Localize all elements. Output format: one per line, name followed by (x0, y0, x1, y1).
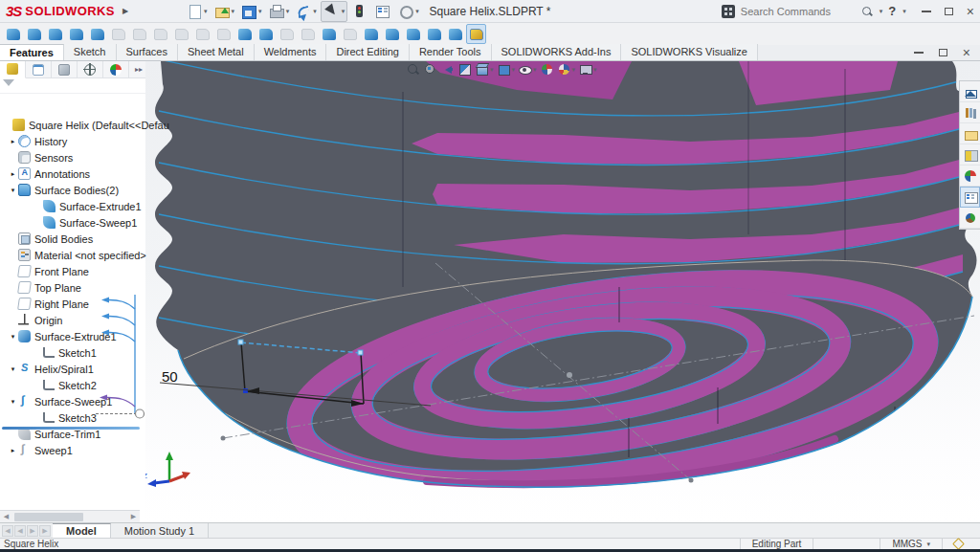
minimize-button[interactable] (922, 11, 931, 12)
feature-toolbar-button[interactable] (3, 24, 23, 44)
rollback-bar[interactable] (2, 427, 140, 430)
tree-item[interactable]: Surface-Extrude1 (0, 198, 145, 214)
tree-filter[interactable] (0, 78, 145, 94)
expand-arrow-icon[interactable]: ▸ (8, 447, 18, 454)
quick-toolbar-button[interactable]: ▾ (184, 1, 210, 22)
task-pane-button[interactable] (960, 187, 980, 208)
tree-item[interactable]: Surface-Sweep1 (0, 214, 145, 231)
doc-minimize-button[interactable] (914, 52, 924, 54)
feature-toolbar-button[interactable] (192, 24, 212, 44)
feature-toolbar-button[interactable] (24, 24, 44, 44)
feature-toolbar-button[interactable] (66, 24, 86, 44)
close-button[interactable]: × (967, 7, 974, 16)
feature-toolbar-button[interactable] (87, 24, 107, 44)
feature-toolbar-button[interactable] (466, 24, 486, 44)
tree-item[interactable]: Right Plane (0, 296, 145, 312)
feature-toolbar-button[interactable] (171, 24, 191, 44)
task-pane-button[interactable] (960, 166, 980, 187)
tree-item[interactable]: Material <not specified> (0, 247, 145, 263)
heads-up-button[interactable]: ▾ (440, 62, 455, 77)
search-input[interactable] (741, 6, 856, 17)
3dexperience-icon[interactable] (722, 5, 735, 18)
tab-featuremanager[interactable] (0, 61, 26, 78)
task-pane-button[interactable] (960, 144, 980, 166)
tab-displaymanager[interactable] (103, 61, 129, 78)
tree-item[interactable]: Solid Bodies (0, 231, 145, 247)
tree-horizontal-scrollbar[interactable]: ◀ ▶ (0, 510, 140, 522)
graphics-viewport[interactable]: 50 Z ▾ ▾ (145, 61, 980, 522)
ribbon-tab[interactable]: Sketch (64, 44, 117, 60)
tree-item[interactable]: ▾ Helix/Spiral1 (0, 361, 145, 377)
tab-nav-icon[interactable]: ◀ (14, 525, 26, 537)
dimension-label[interactable]: 50 (162, 368, 178, 385)
tree-item[interactable]: Sketch1 (0, 344, 145, 361)
tab-propertymanager[interactable] (26, 61, 52, 78)
quick-toolbar-button[interactable]: ▾ (212, 1, 237, 22)
panel-expand-icon[interactable]: ▸▸ (135, 65, 145, 74)
feature-toolbar-button[interactable] (277, 24, 297, 44)
tree-item[interactable]: Sketch2 (0, 377, 145, 393)
doc-close-button[interactable]: × (963, 48, 970, 57)
feature-toolbar-button[interactable] (213, 24, 234, 44)
expand-arrow-icon[interactable]: ▾ (8, 398, 18, 406)
heads-up-button[interactable]: ▾ (518, 62, 537, 77)
task-pane-button[interactable] (960, 81, 980, 102)
search-icon[interactable] (861, 6, 873, 17)
feature-toolbar-button[interactable] (319, 24, 339, 44)
ribbon-tab[interactable]: Direct Editing (326, 44, 409, 60)
tree-item[interactable]: Square Helix (Default<<Defau (0, 117, 145, 133)
scroll-left-icon[interactable]: ◀ (0, 513, 12, 520)
quick-toolbar-button[interactable]: ▾ (395, 1, 421, 22)
tag-icon[interactable] (952, 538, 965, 550)
feature-toolbar-button[interactable] (256, 24, 276, 44)
quick-toolbar-button[interactable]: ▾ (266, 1, 292, 22)
task-pane-button[interactable] (960, 123, 980, 144)
tab-nav-icon[interactable]: ◀ (2, 525, 13, 537)
solidworks-logo[interactable]: 3S SOLIDWORKS ▶ (0, 0, 134, 22)
expand-arrow-icon[interactable]: ▸ (8, 138, 18, 145)
tab-nav-icon[interactable]: ▶ (27, 525, 38, 537)
feature-toolbar-button[interactable] (424, 24, 444, 44)
expand-arrow-icon[interactable]: ▾ (8, 333, 18, 341)
tree-item[interactable]: ▾ Surface-Extrude1 (0, 328, 145, 344)
task-pane-button[interactable] (960, 208, 980, 229)
feature-toolbar-button[interactable] (129, 24, 149, 44)
tree-item[interactable]: ▾ Surface-Sweep1 (0, 393, 145, 409)
help-button[interactable]: ? (888, 4, 896, 18)
quick-toolbar-button[interactable]: ▾ (321, 1, 348, 22)
heads-up-button[interactable]: ▾ (423, 62, 437, 77)
ribbon-tab[interactable]: SOLIDWORKS Visualize (621, 44, 757, 60)
tab-nav-icon[interactable]: ▶ (39, 525, 51, 537)
ribbon-tab[interactable]: Sheet Metal (178, 44, 255, 60)
tree-item[interactable]: Front Plane (0, 263, 145, 279)
ribbon-tab[interactable]: Weldments (255, 44, 327, 60)
ribbon-tab[interactable]: Features (0, 44, 64, 60)
tab-dimxpertmanager[interactable] (78, 61, 103, 78)
tree-item[interactable]: Top Plane (0, 279, 145, 296)
expand-arrow-icon[interactable]: ▾ (8, 187, 18, 194)
feature-toolbar-button[interactable] (361, 24, 381, 44)
expand-arrow-icon[interactable]: ▾ (8, 365, 18, 373)
ribbon-tab[interactable]: SOLIDWORKS Add-Ins (492, 44, 622, 60)
feature-toolbar-button[interactable] (340, 24, 360, 44)
logo-flyout-arrow[interactable]: ▶ (122, 7, 128, 15)
heads-up-button[interactable]: ▾ (497, 62, 516, 77)
tree-item[interactable]: ▸ Annotations (0, 166, 145, 182)
tree-item[interactable]: ▾ Surface Bodies(2) (0, 182, 145, 198)
quick-toolbar-button[interactable]: ▾ (238, 1, 264, 22)
heads-up-button[interactable]: ▾ (475, 62, 494, 77)
heads-up-button[interactable]: ▾ (406, 62, 420, 77)
feature-toolbar-button[interactable] (45, 24, 65, 44)
feature-toolbar-button[interactable] (403, 24, 423, 44)
feature-toolbar-button[interactable] (445, 24, 465, 44)
heads-up-button[interactable]: ▾ (540, 62, 554, 77)
status-units[interactable]: MMGS ▾ (880, 539, 942, 549)
tree-item[interactable]: Sensors (0, 149, 145, 166)
tree-item[interactable]: ▸ Sweep1 (0, 442, 145, 458)
scrollbar-thumb[interactable] (14, 513, 83, 521)
restore-button[interactable] (945, 8, 953, 15)
feature-toolbar-button[interactable] (108, 24, 128, 44)
feature-toolbar-button[interactable] (234, 24, 255, 44)
heads-up-button[interactable]: ▾ (457, 62, 472, 77)
feature-toolbar-button[interactable] (150, 24, 170, 44)
